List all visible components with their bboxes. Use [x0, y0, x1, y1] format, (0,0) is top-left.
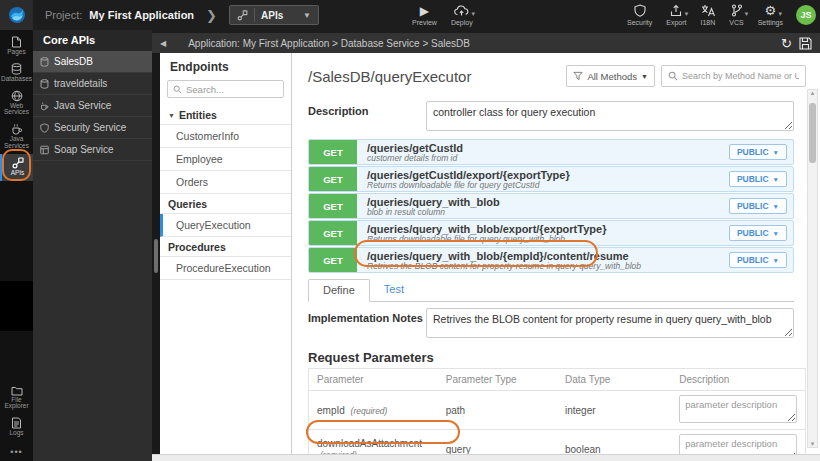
tab-test[interactable]: Test: [370, 279, 418, 301]
export-button[interactable]: ▼ Export: [666, 4, 686, 26]
sidebar-item-file-explorer[interactable]: File Explorer: [0, 382, 33, 415]
param-name: empId: [317, 405, 345, 416]
column-header-parameter-type: Parameter Type: [438, 369, 557, 391]
security-button[interactable]: Security: [627, 4, 652, 26]
scroll-up-icon[interactable]: ▲: [810, 90, 816, 96]
endpoint-summary: Returns downloadable file for query getC…: [367, 181, 719, 190]
i18n-button[interactable]: I18N: [701, 4, 716, 26]
api-endpoint-row[interactable]: GET /queries/getCustId customer details …: [308, 139, 794, 165]
method-search-input[interactable]: [682, 71, 799, 81]
endpoint-item-queryexecution[interactable]: QueryExecution: [160, 214, 291, 237]
endpoints-search-input[interactable]: [186, 84, 278, 95]
api-endpoint-row[interactable]: GET /queries/query_with_blob blob in res…: [308, 193, 794, 219]
scrollbar-thumb[interactable]: [154, 239, 158, 273]
endpoint-summary: customer details from id: [367, 154, 719, 163]
chevron-down-icon: ▼: [303, 11, 311, 20]
collapse-panel-icon[interactable]: ◀: [160, 39, 166, 48]
project-breadcrumb: Project: My First Application: [45, 9, 194, 21]
deploy-button[interactable]: ▼ Deploy: [451, 4, 473, 26]
soap-service-icon: [40, 145, 49, 155]
coffee-cup-icon: [11, 123, 23, 135]
endpoints-section-procedures[interactable]: Procedures: [160, 237, 291, 257]
settings-label: Settings: [758, 19, 783, 26]
vcs-label: VCS: [729, 19, 743, 26]
api-endpoint-list: GET /queries/getCustId customer details …: [308, 139, 794, 273]
branch-icon: ▼: [731, 4, 743, 17]
api-endpoint-row-selected[interactable]: GET /queries/query_with_blob/{empId}/con…: [308, 247, 794, 273]
table-row: empId (required) path integer: [309, 391, 806, 430]
detail-tabs: Define Test: [308, 279, 794, 302]
sidebar-item-pages[interactable]: Pages: [0, 33, 33, 60]
vcs-button[interactable]: ▼ VCS: [729, 4, 743, 26]
more-options-icon[interactable]: •••: [10, 441, 22, 457]
methods-filter-dropdown[interactable]: All Methods ▼: [566, 65, 655, 87]
caret-down-icon: ▼: [773, 176, 779, 183]
endpoint-summary: Returns downloadable file for query quer…: [367, 235, 719, 244]
param-description-input[interactable]: [679, 395, 797, 423]
i18n-label: I18N: [701, 19, 716, 26]
sidebar-item-label: APIs: [11, 170, 25, 177]
core-apis-item-security-service[interactable]: Security Service: [33, 117, 152, 139]
sidebar-item-java-services[interactable]: Java Services: [0, 120, 33, 154]
core-apis-item-label: Soap Service: [54, 144, 113, 155]
preview-button[interactable]: ▶ Preview: [412, 4, 437, 26]
tab-define[interactable]: Define: [308, 279, 370, 302]
scroll-down-icon[interactable]: ▼: [810, 441, 816, 447]
top-bar: Project: My First Application ❯ APIs ▼ ▶…: [0, 0, 820, 30]
chevron-down-icon: ▼: [744, 11, 750, 17]
sidebar-item-web-services[interactable]: Web Services: [0, 87, 33, 121]
core-apis-item-java-service[interactable]: Java Service: [33, 95, 152, 117]
mode-selector-value: APIs: [261, 10, 283, 21]
endpoints-title: Endpoints: [160, 55, 291, 77]
core-apis-item-salesdb[interactable]: SalesDB: [33, 51, 152, 73]
mode-selector-dropdown[interactable]: APIs ▼: [229, 5, 319, 25]
search-icon: [173, 85, 182, 94]
endpoint-item-employee[interactable]: Employee: [160, 148, 291, 171]
access-level-dropdown[interactable]: PUBLIC ▼: [729, 171, 787, 187]
core-apis-item-label: Security Service: [54, 122, 126, 133]
description-input[interactable]: controller class for query execution: [426, 101, 794, 131]
access-level-dropdown[interactable]: PUBLIC ▼: [729, 198, 787, 214]
endpoints-section-entities[interactable]: ▼ Entities: [160, 105, 291, 125]
endpoints-search[interactable]: [167, 80, 284, 98]
endpoints-section-queries[interactable]: Queries: [160, 194, 291, 214]
access-level-dropdown[interactable]: PUBLIC ▼: [729, 225, 787, 241]
settings-button[interactable]: ⚙ ▼ Settings: [758, 4, 783, 26]
preview-label: Preview: [412, 19, 437, 26]
implementation-notes-input[interactable]: Retrives the BLOB content for property r…: [426, 308, 794, 338]
param-description-input[interactable]: [679, 434, 797, 454]
method-search[interactable]: [661, 65, 806, 87]
endpoint-item-customerinfo[interactable]: CustomerInfo: [160, 125, 291, 148]
api-endpoint-row[interactable]: GET /queries/getCustId/export/{exportTyp…: [308, 166, 794, 192]
scrollbar-thumb[interactable]: [809, 103, 816, 163]
save-icon[interactable]: [799, 37, 812, 50]
project-label: Project:: [45, 9, 82, 21]
http-method-badge: GET: [309, 194, 357, 218]
sidebar-item-label: Logs: [9, 430, 23, 437]
sidebar-item-apis[interactable]: APIs: [0, 154, 33, 181]
implementation-notes-label: Implementation Notes: [308, 308, 426, 338]
caret-down-icon: ▼: [773, 230, 779, 237]
pages-icon: [11, 36, 22, 48]
core-apis-item-traveldetails[interactable]: traveldetails: [33, 73, 152, 95]
shield-icon: [40, 123, 49, 133]
core-apis-item-soap-service[interactable]: Soap Service: [33, 139, 152, 161]
workspace-scrollbar[interactable]: ▲ ▼: [807, 89, 818, 448]
user-avatar[interactable]: JS: [796, 5, 816, 25]
sidebar-item-databases[interactable]: Databases: [0, 60, 33, 87]
api-endpoint-row[interactable]: GET /queries/query_with_blob/export/{exp…: [308, 220, 794, 246]
endpoint-item-orders[interactable]: Orders: [160, 171, 291, 194]
access-level-value: PUBLIC: [737, 228, 769, 238]
access-level-dropdown[interactable]: PUBLIC ▼: [729, 144, 787, 160]
access-level-value: PUBLIC: [737, 255, 769, 265]
sidebar-item-logs[interactable]: Logs: [0, 414, 33, 441]
app-logo[interactable]: [0, 0, 33, 30]
access-level-dropdown[interactable]: PUBLIC ▼: [729, 252, 787, 268]
table-row: downloadAsAttachment (required) query bo…: [309, 430, 806, 455]
sidebar-item-label: Databases: [1, 76, 32, 83]
panel-scrollbar[interactable]: [152, 53, 160, 454]
coffee-cup-icon: [40, 101, 49, 111]
refresh-icon[interactable]: ↻: [781, 37, 792, 50]
core-apis-item-label: Java Service: [54, 100, 111, 111]
endpoint-item-procedureexecution[interactable]: ProcedureExecution: [160, 257, 291, 280]
